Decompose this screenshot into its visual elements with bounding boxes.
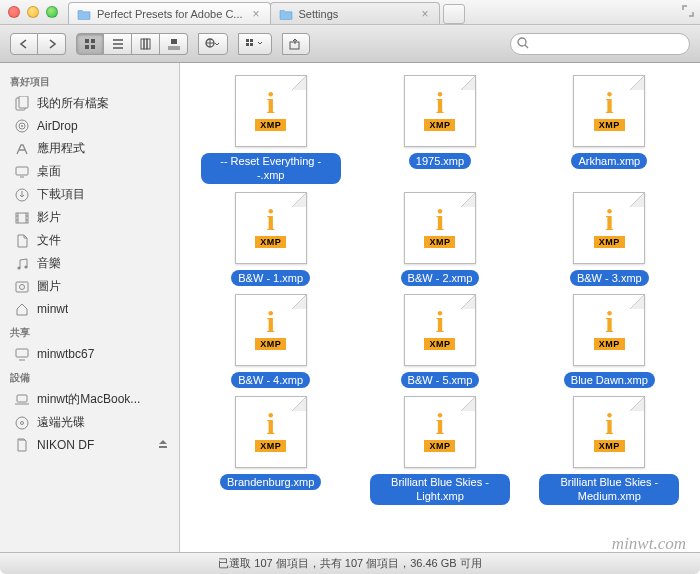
svg-point-19 — [21, 125, 23, 127]
file-name: -- Reset Everything --.xmp — [201, 153, 341, 184]
content-area[interactable]: iXMP-- Reset Everything --.xmpiXMP1975.x… — [180, 63, 700, 552]
file-item[interactable]: iXMPBlue Dawn.xmp — [527, 294, 692, 388]
sidebar-item-sd[interactable]: NIKON DF — [0, 434, 179, 456]
svg-rect-7 — [171, 39, 177, 44]
svg-rect-3 — [91, 45, 95, 49]
file-item[interactable]: iXMPB&W - 2.xmp — [357, 192, 522, 286]
file-name: Brilliant Blue Skies - Light.xmp — [370, 474, 510, 505]
eject-icon[interactable] — [157, 439, 169, 451]
sidebar-item-label: AirDrop — [37, 119, 78, 133]
search-input[interactable] — [510, 33, 690, 55]
svg-point-14 — [518, 38, 526, 46]
disc-icon — [14, 415, 30, 431]
xmp-badge: XMP — [255, 338, 286, 350]
xmp-badge: XMP — [424, 119, 455, 131]
music-icon — [14, 256, 30, 272]
file-name: B&W - 1.xmp — [231, 270, 310, 286]
file-name: B&W - 2.xmp — [401, 270, 480, 286]
file-name: B&W - 4.xmp — [231, 372, 310, 388]
svg-rect-2 — [85, 45, 89, 49]
svg-rect-16 — [19, 96, 28, 108]
folder-icon — [279, 8, 293, 20]
sidebar-item-pictures[interactable]: 圖片 — [0, 275, 179, 298]
file-name: Blue Dawn.xmp — [564, 372, 655, 388]
sidebar-item-desktop[interactable]: 桌面 — [0, 160, 179, 183]
new-tab-button[interactable] — [443, 4, 465, 24]
back-button[interactable] — [10, 33, 38, 55]
tab-close-icon[interactable]: × — [243, 7, 260, 21]
status-bar: 已選取 107 個項目，共有 107 個項目，36.46 GB 可用 — [0, 552, 700, 574]
file-item[interactable]: iXMPArkham.xmp — [527, 75, 692, 184]
desktop-icon — [14, 164, 30, 180]
share-button[interactable] — [282, 33, 310, 55]
home-icon — [14, 301, 30, 317]
window-controls — [8, 6, 58, 18]
column-view-button[interactable] — [132, 33, 160, 55]
file-item[interactable]: iXMPBrandenburg.xmp — [188, 396, 353, 505]
list-view-button[interactable] — [104, 33, 132, 55]
svg-point-26 — [20, 284, 25, 289]
sidebar-item-apps[interactable]: 應用程式 — [0, 137, 179, 160]
sidebar-item-documents[interactable]: 文件 — [0, 229, 179, 252]
sidebar-item-label: 音樂 — [37, 255, 61, 272]
sidebar-item-label: 圖片 — [37, 278, 61, 295]
svg-rect-31 — [159, 446, 167, 448]
icon-view-button[interactable] — [76, 33, 104, 55]
status-text: 已選取 107 個項目，共有 107 個項目，36.46 GB 可用 — [218, 556, 481, 571]
file-item[interactable]: iXMPB&W - 3.xmp — [527, 192, 692, 286]
file-thumbnail: iXMP — [404, 396, 476, 468]
pictures-icon — [14, 279, 30, 295]
sidebar-item-docs[interactable]: 我的所有檔案 — [0, 92, 179, 115]
tab-inactive[interactable]: Settings × — [270, 2, 440, 24]
file-grid: iXMP-- Reset Everything --.xmpiXMP1975.x… — [188, 75, 692, 505]
movies-icon — [14, 210, 30, 226]
fullscreen-icon[interactable] — [682, 5, 694, 17]
tab-close-icon[interactable]: × — [412, 7, 429, 21]
file-item[interactable]: iXMPBrilliant Blue Skies - Medium.xmp — [527, 396, 692, 505]
sidebar-item-label: NIKON DF — [37, 438, 94, 452]
svg-rect-6 — [147, 39, 150, 49]
close-window[interactable] — [8, 6, 20, 18]
svg-rect-20 — [16, 167, 28, 175]
xmp-badge: XMP — [594, 440, 625, 452]
file-item[interactable]: iXMPB&W - 5.xmp — [357, 294, 522, 388]
file-item[interactable]: iXMPBrilliant Blue Skies - Light.xmp — [357, 396, 522, 505]
action-menu-button[interactable] — [198, 33, 228, 55]
sidebar-item-movies[interactable]: 影片 — [0, 206, 179, 229]
xmp-badge: XMP — [594, 119, 625, 131]
sidebar-item-home[interactable]: minwt — [0, 298, 179, 320]
main: 喜好項目我的所有檔案AirDrop應用程式桌面下載項目影片文件音樂圖片minwt… — [0, 63, 700, 552]
file-name: 1975.xmp — [409, 153, 471, 169]
file-thumbnail: iXMP — [573, 192, 645, 264]
nav-buttons — [10, 33, 66, 55]
arrange-menu-button[interactable] — [238, 33, 272, 55]
file-item[interactable]: iXMP-- Reset Everything --.xmp — [188, 75, 353, 184]
svg-rect-0 — [85, 39, 89, 43]
forward-button[interactable] — [38, 33, 66, 55]
sidebar-header: 設備 — [0, 365, 179, 388]
search — [510, 33, 690, 55]
documents-icon — [14, 233, 30, 249]
xmp-badge: XMP — [594, 338, 625, 350]
file-thumbnail: iXMP — [573, 396, 645, 468]
zoom-window[interactable] — [46, 6, 58, 18]
sidebar-item-disc[interactable]: 遠端光碟 — [0, 411, 179, 434]
sidebar-item-downloads[interactable]: 下載項目 — [0, 183, 179, 206]
sidebar-item-music[interactable]: 音樂 — [0, 252, 179, 275]
file-item[interactable]: iXMPB&W - 4.xmp — [188, 294, 353, 388]
file-item[interactable]: iXMP1975.xmp — [357, 75, 522, 184]
coverflow-view-button[interactable] — [160, 33, 188, 55]
file-thumbnail: iXMP — [404, 294, 476, 366]
svg-point-24 — [24, 265, 27, 268]
svg-rect-11 — [246, 43, 249, 46]
toolbar — [0, 25, 700, 63]
file-name: Brandenburg.xmp — [220, 474, 321, 490]
tab-active[interactable]: Perfect Presets for Adobe C... × — [68, 2, 271, 24]
sidebar-item-laptop[interactable]: minwt的MacBook... — [0, 388, 179, 411]
sidebar: 喜好項目我的所有檔案AirDrop應用程式桌面下載項目影片文件音樂圖片minwt… — [0, 63, 180, 552]
sidebar-item-airdrop[interactable]: AirDrop — [0, 115, 179, 137]
sidebar-item-display[interactable]: minwtbc67 — [0, 343, 179, 365]
minimize-window[interactable] — [27, 6, 39, 18]
file-item[interactable]: iXMPB&W - 1.xmp — [188, 192, 353, 286]
sidebar-item-label: 我的所有檔案 — [37, 95, 109, 112]
